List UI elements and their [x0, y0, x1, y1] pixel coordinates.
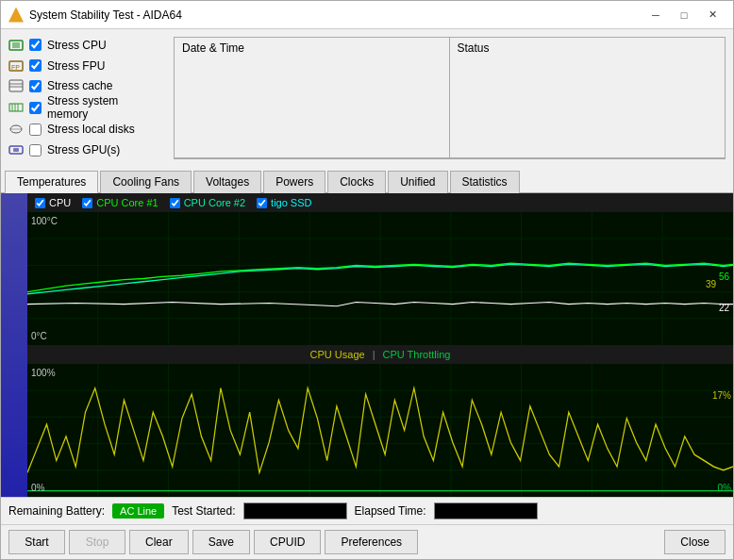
preferences-button[interactable]: Preferences [325, 530, 418, 554]
chart2-val1: 17% [712, 390, 731, 401]
button-bar: Start Stop Clear Save CPUID Preferences … [1, 525, 733, 559]
stop-button[interactable]: Stop [69, 530, 125, 554]
legend-cpu-core2: CPU Core #2 [170, 197, 245, 208]
chart1-val1: 56 [719, 272, 729, 282]
status-header: Status [450, 38, 726, 158]
tab-statistics[interactable]: Statistics [450, 171, 520, 193]
legend-tigo-ssd-label: tigo SSD [271, 197, 311, 208]
tab-temperatures[interactable]: Temperatures [5, 171, 98, 193]
svg-text:FP: FP [11, 64, 20, 71]
stress-cpu-row: Stress CPU [8, 37, 158, 54]
window-controls: ─ □ ✕ [642, 6, 726, 25]
chart1-val2: 39 [706, 279, 716, 289]
stress-cpu-icon [8, 38, 24, 53]
legend-cpu-checkbox[interactable] [35, 198, 45, 208]
stress-cpu-label: Stress CPU [47, 39, 107, 52]
legend-tigo-ssd: tigo SSD [257, 197, 311, 208]
stress-cpu-checkbox[interactable] [29, 39, 42, 51]
stress-fpu-checkbox[interactable] [29, 59, 42, 72]
stress-gpu-row: Stress GPU(s) [8, 141, 158, 158]
tab-powers[interactable]: Powers [263, 171, 325, 193]
stress-fpu-label: Stress FPU [47, 59, 105, 73]
stress-disks-row: Stress local disks [8, 121, 158, 138]
usage-chart: 100% 0% 17% 0% [27, 364, 733, 497]
status-table: Date & Time Status [174, 37, 726, 159]
charts-area: CPU CPU Core #1 CPU Core #2 [1, 193, 733, 497]
stress-memory-icon [8, 100, 24, 115]
tabs-area: Temperatures Cooling Fans Voltages Power… [1, 166, 733, 497]
cpuid-button[interactable]: CPUID [254, 530, 321, 554]
legend-cpu: CPU [35, 197, 71, 208]
chart2-y-bottom: 0% [31, 483, 44, 493]
svg-rect-14 [13, 148, 19, 152]
app-icon [8, 8, 24, 23]
chart2-legend: CPU Usage | CPU Throttling [27, 345, 733, 364]
legend-cpu-core2-checkbox[interactable] [170, 198, 180, 208]
stress-disks-checkbox[interactable] [29, 124, 42, 136]
temperature-chart: 100°C 0°C 56 39 22 [27, 212, 733, 345]
chart1-y-bottom: 0°C [31, 331, 47, 341]
battery-label: Remaining Battery: [8, 504, 105, 518]
legend-cpu-label: CPU [49, 197, 71, 208]
tab-clocks[interactable]: Clocks [327, 171, 386, 193]
tab-unified[interactable]: Unified [388, 171, 447, 193]
stress-gpu-checkbox[interactable] [29, 144, 42, 156]
top-section: Stress CPU FP Stress FPU Stress cac [1, 29, 733, 166]
clear-button[interactable]: Clear [129, 530, 189, 554]
status-panel: Date & Time Status [166, 29, 733, 166]
stress-gpu-icon [8, 142, 24, 157]
stress-fpu-icon: FP [8, 58, 24, 74]
stress-memory-label: Stress system memory [47, 94, 158, 121]
stress-cache-label: Stress cache [47, 79, 112, 92]
chart1-legend: CPU CPU Core #1 CPU Core #2 [27, 193, 733, 212]
main-window: System Stability Test - AIDA64 ─ □ ✕ Str… [0, 0, 734, 560]
stress-memory-row: Stress system memory [8, 98, 158, 117]
stress-fpu-row: FP Stress FPU [8, 58, 158, 74]
chart2-separator: | [373, 349, 375, 360]
stress-memory-checkbox[interactable] [29, 102, 42, 114]
stress-cache-row: Stress cache [8, 78, 158, 95]
stress-cache-checkbox[interactable] [29, 80, 42, 92]
battery-value: AC Line [112, 503, 164, 519]
title-bar: System Stability Test - AIDA64 ─ □ ✕ [1, 1, 733, 29]
minimize-button[interactable]: ─ [642, 6, 669, 25]
test-started-value [243, 502, 347, 519]
sidebar-strip [1, 193, 27, 497]
legend-cpu-core1-label: CPU Core #1 [96, 197, 158, 208]
elapsed-label: Elapsed Time: [355, 504, 426, 518]
tab-bar: Temperatures Cooling Fans Voltages Power… [1, 166, 733, 193]
chart2-cpu-throttling-label: CPU Throttling [383, 349, 451, 360]
svg-rect-1 [12, 42, 20, 48]
stress-gpu-label: Stress GPU(s) [47, 143, 120, 156]
close-window-button[interactable]: ✕ [699, 6, 726, 25]
legend-cpu-core1: CPU Core #1 [82, 197, 158, 208]
temperature-chart-svg [27, 212, 733, 345]
tab-voltages[interactable]: Voltages [193, 171, 261, 193]
maximize-button[interactable]: □ [671, 6, 697, 25]
start-button[interactable]: Start [8, 530, 65, 554]
legend-cpu-core1-checkbox[interactable] [82, 198, 92, 208]
chart1-val3: 22 [719, 303, 729, 313]
elapsed-value [434, 502, 538, 519]
legend-tigo-ssd-checkbox[interactable] [257, 198, 267, 208]
stress-disks-label: Stress local disks [47, 123, 135, 136]
tab-cooling-fans[interactable]: Cooling Fans [100, 171, 192, 193]
bottom-info-bar: Remaining Battery: AC Line Test Started:… [1, 497, 733, 525]
usage-chart-svg [27, 364, 733, 497]
legend-cpu-core2-label: CPU Core #2 [184, 197, 245, 208]
svg-rect-7 [9, 104, 23, 111]
chart2-cpu-usage-label: CPU Usage [310, 349, 365, 360]
stress-cache-icon [8, 78, 24, 93]
save-button[interactable]: Save [192, 530, 250, 554]
stress-options-panel: Stress CPU FP Stress FPU Stress cac [1, 29, 166, 166]
datetime-header: Date & Time [175, 38, 450, 158]
stress-disks-icon [8, 122, 24, 137]
window-title: System Stability Test - AIDA64 [29, 8, 642, 22]
chart2-y-top: 100% [31, 368, 56, 378]
close-button[interactable]: Close [664, 530, 726, 554]
chart2-val2: 0% [718, 483, 731, 493]
test-started-label: Test Started: [172, 504, 235, 518]
chart1-y-top: 100°C [31, 216, 58, 226]
svg-rect-4 [9, 80, 23, 91]
